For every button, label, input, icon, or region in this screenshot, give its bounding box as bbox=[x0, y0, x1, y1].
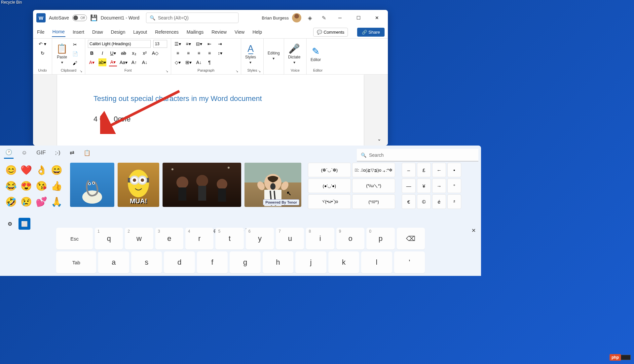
emoji-cell[interactable]: ❤️ bbox=[19, 163, 33, 177]
undo-icon[interactable]: ↶ ▾ bbox=[39, 40, 47, 48]
align-right-icon[interactable]: ≡ bbox=[195, 49, 203, 57]
key-o[interactable]: 9o bbox=[336, 228, 364, 249]
shrink-font-icon[interactable]: A↓ bbox=[141, 58, 149, 66]
share-button[interactable]: 🔗 Share bbox=[357, 28, 385, 37]
diamond-icon[interactable]: ◈ bbox=[305, 13, 315, 23]
tab-review[interactable]: Review bbox=[211, 27, 227, 37]
tab-draw[interactable]: Draw bbox=[92, 27, 104, 37]
key-f[interactable]: f bbox=[197, 251, 228, 273]
launcher-icon[interactable]: ↘ bbox=[166, 69, 168, 73]
key-r[interactable]: 4r bbox=[185, 228, 213, 249]
align-left-icon[interactable]: ≡ bbox=[174, 49, 182, 57]
font-name-select[interactable] bbox=[88, 40, 151, 48]
gif-thumb-minion[interactable]: MUA! bbox=[118, 163, 159, 207]
symbol-cell[interactable]: £ bbox=[417, 163, 431, 177]
increase-indent-icon[interactable]: ⇥ bbox=[216, 40, 224, 48]
emoji-cell[interactable]: 😊 bbox=[4, 163, 18, 177]
key-t[interactable]: 5t bbox=[215, 228, 243, 249]
comments-button[interactable]: 💬 Comments bbox=[313, 28, 348, 37]
key-i[interactable]: 8i bbox=[306, 228, 334, 249]
emoji-cell[interactable]: 😢 bbox=[19, 194, 33, 209]
tab-layout[interactable]: Layout bbox=[132, 27, 148, 37]
tab-insert[interactable]: Insert bbox=[72, 27, 85, 37]
emoji-cell[interactable]: 🤣 bbox=[4, 194, 18, 209]
copy-icon[interactable]: 📄 bbox=[71, 50, 79, 58]
document-heading[interactable]: Testing out special characters in my Wor… bbox=[93, 94, 327, 103]
symbol-cell[interactable]: • bbox=[447, 163, 461, 177]
kaomoji-cell[interactable]: (●'◡'●) bbox=[308, 179, 351, 193]
show-marks-icon[interactable]: ¶ bbox=[205, 58, 213, 66]
emoji-cell[interactable]: 😍 bbox=[19, 179, 33, 193]
bullets-icon[interactable]: ☰▾ bbox=[174, 40, 182, 48]
desktop-icon-recycle-bin[interactable]: Recycle Bin bbox=[1, 0, 22, 5]
font-color-icon[interactable]: A▾ bbox=[109, 58, 117, 66]
decrease-indent-icon[interactable]: ⇤ bbox=[205, 40, 213, 48]
symbol-cell[interactable]: — bbox=[402, 179, 416, 193]
emoji-cell[interactable]: 👌 bbox=[34, 163, 48, 177]
document-body-line[interactable]: 4 63 0œfë bbox=[93, 115, 327, 123]
redo-icon[interactable]: ↻ bbox=[39, 49, 47, 57]
numbering-icon[interactable]: ≡▾ bbox=[184, 40, 192, 48]
editor-button[interactable]: ✎ Editor bbox=[309, 45, 322, 63]
subscript-icon[interactable]: x₂ bbox=[130, 49, 138, 57]
justify-icon[interactable]: ≡ bbox=[205, 49, 213, 57]
page[interactable]: Testing out special characters in my Wor… bbox=[57, 75, 364, 146]
dictate-button[interactable]: 🎤 Dictate▾ bbox=[287, 42, 302, 66]
tab-kaomoji-icon[interactable]: ;-) bbox=[54, 148, 62, 158]
emoji-cell[interactable]: 😘 bbox=[34, 179, 48, 193]
tab-mailings[interactable]: Mailings bbox=[186, 27, 204, 37]
symbol-cell[interactable]: – bbox=[402, 163, 416, 177]
kaomoji-cell[interactable]: (*/ω＼*) bbox=[352, 179, 395, 193]
key-j[interactable]: j bbox=[295, 251, 326, 273]
key-g[interactable]: g bbox=[230, 251, 260, 273]
gif-thumb-clippy[interactable] bbox=[70, 163, 114, 207]
launcher-icon[interactable]: ↘ bbox=[80, 69, 82, 73]
launcher-icon[interactable]: ↘ bbox=[236, 69, 238, 73]
emoji-cell[interactable]: 👍 bbox=[50, 179, 63, 193]
save-icon[interactable]: 💾 bbox=[90, 14, 97, 21]
symbol-cell[interactable]: → bbox=[432, 179, 446, 193]
document-area[interactable]: Testing out special characters in my Wor… bbox=[33, 75, 388, 146]
bold-icon[interactable]: B bbox=[88, 49, 96, 57]
key-e[interactable]: 3e bbox=[155, 228, 183, 249]
symbol-cell[interactable]: ¥ bbox=[417, 179, 431, 193]
font-size-select[interactable] bbox=[153, 40, 167, 48]
tab-view[interactable]: View bbox=[234, 27, 245, 37]
key-esc[interactable]: Esc bbox=[56, 228, 93, 249]
search-input[interactable]: 🔍 Search (Alt+Q) bbox=[146, 13, 239, 23]
tab-help[interactable]: Help bbox=[252, 27, 263, 37]
tab-symbols-icon[interactable]: ⇄ bbox=[68, 148, 76, 158]
tab-design[interactable]: Design bbox=[110, 27, 126, 37]
line-spacing-icon[interactable]: ↕▾ bbox=[216, 49, 224, 57]
symbol-cell[interactable]: ² bbox=[447, 194, 461, 209]
key-d[interactable]: d bbox=[164, 251, 195, 273]
change-case-icon[interactable]: Aa▾ bbox=[120, 58, 128, 66]
symbol-cell[interactable]: ° bbox=[447, 179, 461, 193]
format-painter-icon[interactable]: 🖌 bbox=[71, 59, 79, 67]
key-h[interactable]: h bbox=[263, 251, 293, 273]
key-p[interactable]: 0p bbox=[366, 228, 394, 249]
key-q[interactable]: 1q bbox=[95, 228, 123, 249]
tab-recent-icon[interactable]: 🕐 bbox=[4, 147, 14, 159]
superscript-icon[interactable]: x² bbox=[141, 49, 149, 57]
tab-file[interactable]: File bbox=[36, 27, 45, 37]
maximize-button[interactable]: ☐ bbox=[351, 13, 366, 23]
sort-icon[interactable]: A↓ bbox=[195, 58, 203, 66]
italic-icon[interactable]: I bbox=[98, 49, 106, 57]
highlight-icon[interactable]: ab▾ bbox=[98, 58, 106, 66]
coming-soon-icon[interactable]: ✎ bbox=[318, 13, 329, 23]
symbol-cell[interactable]: é bbox=[432, 194, 446, 209]
cut-icon[interactable]: ✂ bbox=[71, 41, 79, 49]
key-u[interactable]: 7u bbox=[276, 228, 304, 249]
avatar[interactable] bbox=[292, 13, 301, 22]
strikethrough-icon[interactable]: ab bbox=[120, 49, 128, 57]
launcher-icon[interactable]: ↘ bbox=[258, 69, 261, 73]
key-'[interactable]: ' bbox=[394, 251, 425, 273]
key-backspace[interactable]: ⌫ bbox=[397, 228, 425, 249]
minimize-button[interactable]: ─ bbox=[332, 13, 348, 23]
text-effects-icon[interactable]: A▾ bbox=[88, 58, 96, 66]
key-tab[interactable]: Tab bbox=[56, 251, 96, 273]
key-y[interactable]: 6y bbox=[246, 228, 274, 249]
key-a[interactable]: a bbox=[98, 251, 129, 273]
emoji-cell[interactable]: 😄 bbox=[50, 163, 63, 177]
